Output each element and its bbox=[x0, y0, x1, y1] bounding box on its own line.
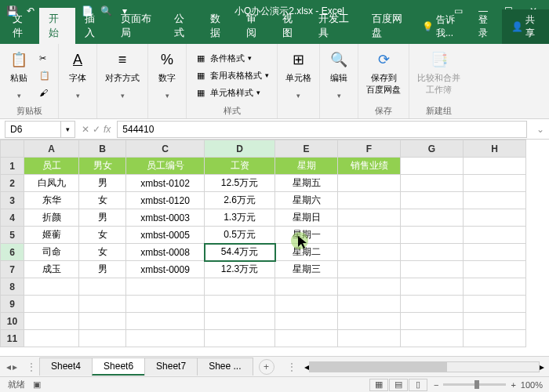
cell-F4[interactable] bbox=[338, 209, 401, 227]
cell-F9[interactable] bbox=[338, 296, 401, 313]
cell-A11[interactable] bbox=[24, 330, 79, 347]
cell-G11[interactable] bbox=[401, 330, 464, 347]
cell-C8[interactable] bbox=[126, 278, 205, 296]
format-painter-button[interactable]: 🖌 bbox=[36, 85, 53, 100]
cell-F1[interactable]: 销售业绩 bbox=[338, 158, 401, 175]
cell-C5[interactable]: xmbst-0005 bbox=[126, 227, 205, 244]
sheet-tab-1[interactable]: Sheet6 bbox=[92, 358, 145, 376]
cell-H3[interactable] bbox=[464, 192, 526, 209]
scroll-thumb[interactable] bbox=[310, 362, 447, 372]
cell-D9[interactable] bbox=[205, 296, 275, 313]
cell-D2[interactable]: 12.5万元 bbox=[205, 175, 275, 192]
cell-G4[interactable] bbox=[401, 209, 464, 227]
cell-H7[interactable] bbox=[464, 261, 526, 278]
cell-G8[interactable] bbox=[401, 278, 464, 296]
cell-H8[interactable] bbox=[464, 278, 526, 296]
cell-E3[interactable]: 星期六 bbox=[275, 192, 338, 209]
tab-7[interactable]: 视图 bbox=[273, 8, 309, 44]
sheet-nav-last[interactable]: ▸ bbox=[13, 361, 17, 372]
cut-button[interactable]: ✂ bbox=[36, 50, 53, 66]
cell-G7[interactable] bbox=[401, 261, 464, 278]
cell-C3[interactable]: xmbst-0120 bbox=[126, 192, 205, 209]
cell-E8[interactable] bbox=[275, 278, 338, 296]
cell-A4[interactable]: 折颜 bbox=[24, 209, 79, 227]
formula-bar[interactable]: 544410 bbox=[117, 121, 527, 138]
row-header-10[interactable]: 10 bbox=[1, 313, 24, 330]
cell-B6[interactable]: 女 bbox=[79, 244, 126, 261]
cell-A5[interactable]: 姬蘅 bbox=[24, 227, 79, 244]
compare-merge-button[interactable]: 📑 比较和合并 工作簿 bbox=[414, 47, 464, 103]
cell-C10[interactable] bbox=[126, 313, 205, 330]
cell-F10[interactable] bbox=[338, 313, 401, 330]
page-layout-button[interactable]: ▤ bbox=[389, 379, 408, 391]
cell-G3[interactable] bbox=[401, 192, 464, 209]
tab-9[interactable]: 百度网盘 bbox=[362, 8, 416, 44]
cell-D10[interactable] bbox=[205, 313, 275, 330]
col-header-B[interactable]: B bbox=[79, 140, 126, 158]
cell-B3[interactable]: 女 bbox=[79, 192, 126, 209]
row-header-9[interactable]: 9 bbox=[1, 296, 24, 313]
cell-A10[interactable] bbox=[24, 313, 79, 330]
cell-B2[interactable]: 男 bbox=[79, 175, 126, 192]
cell-F8[interactable] bbox=[338, 278, 401, 296]
cell-E4[interactable]: 星期日 bbox=[275, 209, 338, 227]
cell-E1[interactable]: 星期 bbox=[275, 158, 338, 175]
col-header-E[interactable]: E bbox=[275, 140, 338, 158]
col-header-A[interactable]: A bbox=[24, 140, 79, 158]
cell-B7[interactable]: 男 bbox=[79, 261, 126, 278]
normal-view-button[interactable]: ▦ bbox=[369, 379, 388, 391]
zoom-slider[interactable] bbox=[443, 383, 506, 386]
scroll-right-icon[interactable]: ▸ bbox=[540, 361, 544, 372]
cell-F2[interactable] bbox=[338, 175, 401, 192]
font-button[interactable]: A 字体 ▾ bbox=[64, 47, 92, 115]
cell-A6[interactable]: 司命 bbox=[24, 244, 79, 261]
col-header-D[interactable]: D bbox=[205, 140, 275, 158]
cell-C4[interactable]: xmbst-0003 bbox=[126, 209, 205, 227]
cell-H6[interactable] bbox=[464, 244, 526, 261]
tab-2[interactable]: 插入 bbox=[75, 8, 111, 44]
row-header-7[interactable]: 7 bbox=[1, 261, 24, 278]
cell-G5[interactable] bbox=[401, 227, 464, 244]
col-header-F[interactable]: F bbox=[338, 140, 401, 158]
cancel-button[interactable]: ✕ bbox=[82, 124, 89, 135]
cell-H5[interactable] bbox=[464, 227, 526, 244]
share-button[interactable]: 👤共享 bbox=[502, 9, 549, 44]
horizontal-scrollbar[interactable]: ◂ ▸ bbox=[300, 361, 549, 372]
zoom-in-button[interactable]: + bbox=[511, 380, 515, 390]
cell-E11[interactable] bbox=[275, 330, 338, 347]
cell-H2[interactable] bbox=[464, 175, 526, 192]
cell-D8[interactable] bbox=[205, 278, 275, 296]
cell-E5[interactable]: 星期一 bbox=[275, 227, 338, 244]
col-header-H[interactable]: H bbox=[464, 140, 526, 158]
formula-expand-icon[interactable]: ⌄ bbox=[532, 124, 549, 135]
macro-record-icon[interactable]: ▣ bbox=[33, 379, 41, 390]
cell-G10[interactable] bbox=[401, 313, 464, 330]
copy-button[interactable]: 📋 bbox=[36, 67, 53, 83]
number-button[interactable]: % 数字 ▾ bbox=[153, 47, 181, 115]
cell-F5[interactable] bbox=[338, 227, 401, 244]
name-box-dropdown[interactable]: ▾ bbox=[61, 121, 75, 138]
cond-format-button[interactable]: ▦条件格式▾ bbox=[191, 50, 272, 66]
cell-D7[interactable]: 12.3万元 bbox=[205, 261, 275, 278]
cell-C7[interactable]: xmbst-0009 bbox=[126, 261, 205, 278]
cell-E2[interactable]: 星期五 bbox=[275, 175, 338, 192]
cell-style-button[interactable]: ▦单元格样式▾ bbox=[191, 85, 272, 100]
cell-G6[interactable] bbox=[401, 244, 464, 261]
tab-4[interactable]: 公式 bbox=[165, 8, 201, 44]
cell-B8[interactable] bbox=[79, 278, 126, 296]
cell-D5[interactable]: 0.5万元 bbox=[205, 227, 275, 244]
col-header-C[interactable]: C bbox=[126, 140, 205, 158]
page-break-button[interactable]: ▯ bbox=[409, 379, 427, 391]
fx-button[interactable]: fx bbox=[104, 124, 111, 135]
cell-A9[interactable] bbox=[24, 296, 79, 313]
cell-B11[interactable] bbox=[79, 330, 126, 347]
cell-A8[interactable] bbox=[24, 278, 79, 296]
cell-B10[interactable] bbox=[79, 313, 126, 330]
login-button[interactable]: 登录 bbox=[471, 9, 502, 44]
sheet-tab-3[interactable]: Shee ... bbox=[197, 358, 253, 376]
cell-D11[interactable] bbox=[205, 330, 275, 347]
add-sheet-button[interactable]: + bbox=[259, 359, 274, 375]
tab-0[interactable]: 文件 bbox=[3, 8, 39, 44]
cell-B1[interactable]: 男女 bbox=[79, 158, 126, 175]
col-header-G[interactable]: G bbox=[401, 140, 464, 158]
